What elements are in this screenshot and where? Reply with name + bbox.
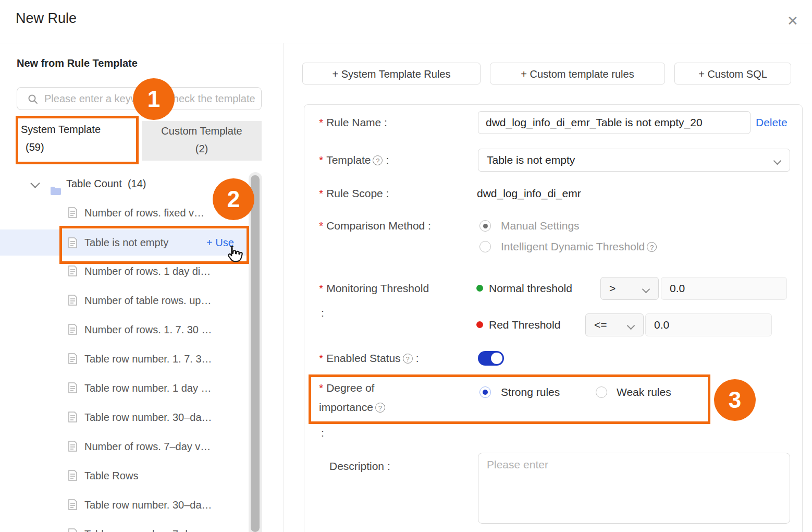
tree-item-label: Number of rows. fixed v… xyxy=(84,199,204,226)
tree-item[interactable]: Table row number. 30–da… xyxy=(0,491,249,518)
custom-sql-button[interactable]: + Custom SQL xyxy=(674,63,791,84)
weak-rules-radio[interactable] xyxy=(596,386,607,398)
tree-item[interactable]: Number of rows. 1 day di… xyxy=(0,258,249,285)
tab-system-template-label: System Template xyxy=(21,124,101,136)
help-icon[interactable]: ? xyxy=(403,354,413,364)
toggle-knob xyxy=(491,353,502,364)
degree-colon: : xyxy=(321,421,324,444)
weak-rules-option-label[interactable]: Weak rules xyxy=(617,381,671,404)
page-title: New Rule xyxy=(16,10,77,27)
description-textarea[interactable] xyxy=(478,453,790,524)
tree-item[interactable]: Table row number. 1. 7. 3… xyxy=(0,345,249,372)
chevron-down-icon xyxy=(627,322,635,330)
template-select[interactable]: Table is not empty xyxy=(478,149,790,172)
tree-item[interactable]: Table Rows xyxy=(0,462,249,489)
tree-item-label: Table is not empty xyxy=(84,229,168,256)
required-marker: * xyxy=(319,154,323,166)
tree-folder-label: Table Count (14) xyxy=(66,170,146,197)
tree-folder-table-count[interactable]: Table Count (14) xyxy=(0,170,249,197)
tree-item-label: Table row number. 30–da… xyxy=(84,404,212,431)
tree-scrollbar-thumb[interactable] xyxy=(251,175,260,532)
tab-system-template[interactable]: System Template (59) xyxy=(18,118,136,162)
tree-item-label: Table row number. 1. 7. 3… xyxy=(84,345,212,372)
monitoring-threshold-colon: : xyxy=(321,301,324,324)
template-search-box xyxy=(17,87,262,110)
tree-item-label: Number of table rows. up… xyxy=(84,287,211,314)
template-select-value: Table is not empty xyxy=(487,154,575,166)
red-operator-value: <= xyxy=(594,319,607,331)
system-template-rules-button[interactable]: + System Template Rules xyxy=(302,63,481,84)
normal-threshold-value-input[interactable]: 0.0 xyxy=(661,277,787,300)
red-threshold-value-input[interactable]: 0.0 xyxy=(645,313,772,336)
red-threshold-label: Red Threshold xyxy=(489,313,560,336)
red-threshold-operator-select[interactable]: <= xyxy=(585,313,644,336)
tree-item-label: Number of rows. 7–day v… xyxy=(84,433,211,460)
rule-name-label: *Rule Name : xyxy=(319,111,387,134)
rule-scope-value: dwd_log_info_di_emr xyxy=(477,182,581,205)
tree-item[interactable]: Number of rows. 7–day v… xyxy=(0,433,249,460)
tree-item-label: Table Rows xyxy=(84,462,138,489)
rule-name-input[interactable]: dwd_log_info_di_emr_Table is not empty_2… xyxy=(478,111,751,134)
tree-item[interactable]: Table row number. 7-d… xyxy=(0,521,249,532)
tree-item[interactable]: Number of rows. fixed v… xyxy=(0,199,249,226)
required-marker: * xyxy=(319,116,323,128)
required-marker: * xyxy=(319,187,323,199)
intelligent-dynamic-threshold-radio[interactable] xyxy=(479,241,491,252)
tab-custom-template-label: Custom Template xyxy=(142,125,262,137)
normal-operator-value: > xyxy=(609,282,616,294)
tree-item[interactable]: Table row number. 30–da… xyxy=(0,404,249,431)
help-icon[interactable]: ? xyxy=(375,403,385,413)
normal-threshold-operator-select[interactable]: > xyxy=(600,277,659,300)
custom-template-rules-button[interactable]: + Custom template rules xyxy=(490,63,665,84)
rule-scope-label: *Rule Scope : xyxy=(319,182,389,205)
degree-label-line2: importance? xyxy=(319,398,385,417)
tree-item-label: Table row number. 30–da… xyxy=(84,491,212,518)
monitoring-threshold-label: *Monitoring Threshold xyxy=(319,277,429,300)
tab-system-template-count: (59) xyxy=(26,141,44,153)
tree-scrollbar-track xyxy=(249,172,262,532)
tree-item-label: Number of rows. 1 day di… xyxy=(84,258,211,285)
manual-settings-radio[interactable] xyxy=(479,220,491,232)
description-label: Description : xyxy=(329,455,390,478)
header-divider xyxy=(0,43,812,43)
required-marker: * xyxy=(319,352,323,364)
new-rule-dialog: New Rule ✕ New from Rule Template System… xyxy=(0,0,812,532)
tab-custom-template[interactable]: Custom Template (2) xyxy=(142,121,262,161)
required-marker: * xyxy=(319,282,323,294)
close-icon[interactable]: ✕ xyxy=(787,11,798,30)
degree-label-line1: *Degree of xyxy=(319,379,374,397)
strong-rules-option-label[interactable]: Strong rules xyxy=(501,381,560,404)
help-icon[interactable]: ? xyxy=(647,242,657,252)
tree-item-table-is-not-empty[interactable]: Table is not empty + Use xyxy=(0,229,249,256)
chevron-down-icon xyxy=(642,285,650,294)
manual-settings-option-label[interactable]: Manual Settings xyxy=(501,214,580,237)
enabled-status-label: *Enabled Status?: xyxy=(319,347,419,370)
normal-threshold-label: Normal threshold xyxy=(489,277,572,300)
help-icon[interactable]: ? xyxy=(373,155,383,165)
enabled-status-toggle[interactable] xyxy=(478,351,504,366)
tree-item-label: Number of rows. 1. 7. 30 … xyxy=(84,316,212,343)
rule-template-section-title: New from Rule Template xyxy=(17,57,138,69)
use-template-link[interactable]: + Use xyxy=(206,229,234,256)
strong-rules-radio[interactable] xyxy=(479,386,491,398)
tree-item-label: Table row number. 7-d… xyxy=(84,521,198,532)
search-input[interactable] xyxy=(17,88,261,110)
panel-divider xyxy=(283,43,284,532)
tree-item[interactable]: Number of rows. 1. 7. 30 … xyxy=(0,316,249,343)
tree-item[interactable]: Number of table rows. up… xyxy=(0,287,249,314)
tree-item-label: Table row number. 1 day … xyxy=(84,374,211,402)
tab-custom-template-count: (2) xyxy=(142,143,262,155)
chevron-down-icon xyxy=(773,157,782,165)
normal-threshold-dot xyxy=(476,285,483,292)
tree-item[interactable]: Table row number. 1 day … xyxy=(0,374,249,402)
comparison-method-label: *Comparison Method : xyxy=(319,214,431,237)
red-threshold-dot xyxy=(476,321,483,328)
chevron-down-icon[interactable] xyxy=(30,178,40,188)
template-label: *Template?: xyxy=(319,149,389,172)
intelligent-dynamic-threshold-option-label[interactable]: Intelligent Dynamic Threshold? xyxy=(501,235,657,258)
delete-rule-link[interactable]: Delete xyxy=(756,111,788,134)
required-marker: * xyxy=(319,382,323,394)
required-marker: * xyxy=(319,220,323,232)
